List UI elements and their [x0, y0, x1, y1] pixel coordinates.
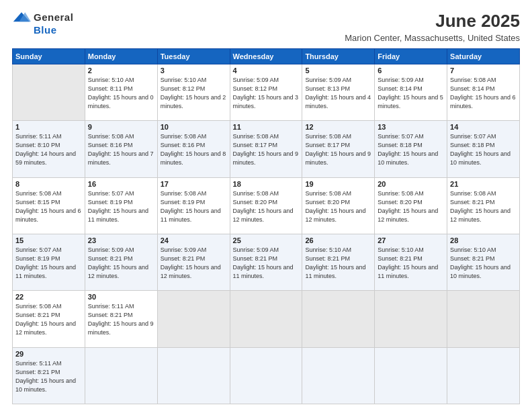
day-number: 17	[161, 180, 227, 188]
weekday-tuesday: Tuesday	[157, 49, 230, 64]
day-number: 3	[161, 66, 227, 75]
day-info: Sunrise: 5:09 AMSunset: 8:12 PMDaylight:…	[233, 76, 300, 111]
day-info: Sunrise: 5:08 AMSunset: 8:21 PMDaylight:…	[450, 189, 517, 224]
day-info: Sunrise: 5:09 AMSunset: 8:14 PMDaylight:…	[378, 76, 444, 111]
calendar-cell	[447, 347, 520, 404]
calendar-cell	[230, 291, 302, 347]
calendar-cell: 2Sunrise: 5:10 AMSunset: 8:11 PMDaylight…	[85, 64, 157, 121]
day-number: 21	[450, 180, 517, 188]
day-number: 15	[15, 236, 82, 244]
calendar-table: SundayMondayTuesdayWednesdayThursdayFrid…	[12, 48, 520, 404]
day-info: Sunrise: 5:10 AMSunset: 8:11 PMDaylight:…	[88, 76, 154, 111]
calendar-cell: 6Sunrise: 5:09 AMSunset: 8:14 PMDaylight…	[375, 64, 447, 121]
calendar-cell: 24Sunrise: 5:09 AMSunset: 8:21 PMDayligh…	[157, 234, 230, 290]
calendar-cell: 16Sunrise: 5:07 AMSunset: 8:19 PMDayligh…	[85, 177, 157, 234]
day-number: 16	[88, 180, 154, 188]
day-number: 27	[378, 236, 444, 244]
week-row-1: 1Sunrise: 5:11 AMSunset: 8:10 PMDaylight…	[13, 121, 520, 177]
day-info: Sunrise: 5:08 AMSunset: 8:17 PMDaylight:…	[233, 132, 300, 167]
day-number: 20	[378, 180, 444, 188]
calendar-cell: 20Sunrise: 5:08 AMSunset: 8:20 PMDayligh…	[375, 177, 447, 234]
calendar-cell: 12Sunrise: 5:08 AMSunset: 8:17 PMDayligh…	[302, 121, 375, 177]
day-info: Sunrise: 5:09 AMSunset: 8:21 PMDaylight:…	[233, 246, 300, 281]
calendar-cell: 18Sunrise: 5:08 AMSunset: 8:20 PMDayligh…	[230, 177, 302, 234]
day-info: Sunrise: 5:10 AMSunset: 8:12 PMDaylight:…	[161, 76, 227, 111]
day-info: Sunrise: 5:09 AMSunset: 8:13 PMDaylight:…	[305, 76, 371, 111]
day-number: 14	[450, 123, 517, 131]
calendar-cell: 21Sunrise: 5:08 AMSunset: 8:21 PMDayligh…	[447, 177, 520, 234]
calendar-cell	[375, 347, 447, 404]
day-info: Sunrise: 5:08 AMSunset: 8:15 PMDaylight:…	[15, 189, 82, 224]
calendar-cell	[302, 347, 375, 404]
location: Marion Center, Massachusetts, United Sta…	[345, 33, 520, 43]
logo-blue-text: Blue	[34, 24, 57, 36]
day-info: Sunrise: 5:07 AMSunset: 8:18 PMDaylight:…	[378, 132, 444, 167]
day-number: 30	[88, 293, 154, 301]
day-info: Sunrise: 5:08 AMSunset: 8:20 PMDaylight:…	[378, 189, 444, 224]
day-info: Sunrise: 5:08 AMSunset: 8:16 PMDaylight:…	[161, 132, 227, 167]
day-number: 26	[305, 236, 371, 244]
day-number: 8	[15, 180, 82, 188]
calendar-cell	[157, 291, 230, 347]
day-info: Sunrise: 5:07 AMSunset: 8:18 PMDaylight:…	[450, 132, 517, 167]
calendar-cell: 7Sunrise: 5:08 AMSunset: 8:14 PMDaylight…	[447, 64, 520, 121]
calendar-cell: 1Sunrise: 5:11 AMSunset: 8:10 PMDaylight…	[13, 121, 85, 177]
header: General Blue June 2025 Marion Center, Ma…	[12, 11, 520, 43]
day-info: Sunrise: 5:11 AMSunset: 8:10 PMDaylight:…	[15, 132, 82, 167]
page: General Blue June 2025 Marion Center, Ma…	[0, 0, 532, 411]
day-info: Sunrise: 5:08 AMSunset: 8:19 PMDaylight:…	[161, 189, 227, 224]
day-number: 12	[305, 123, 371, 131]
day-info: Sunrise: 5:11 AMSunset: 8:21 PMDaylight:…	[88, 302, 154, 337]
week-row-2: 8Sunrise: 5:08 AMSunset: 8:15 PMDaylight…	[13, 177, 520, 234]
weekday-monday: Monday	[85, 49, 157, 64]
calendar-cell: 25Sunrise: 5:09 AMSunset: 8:21 PMDayligh…	[230, 234, 302, 290]
day-number: 29	[15, 350, 82, 358]
day-info: Sunrise: 5:09 AMSunset: 8:21 PMDaylight:…	[88, 246, 154, 281]
calendar-cell: 8Sunrise: 5:08 AMSunset: 8:15 PMDaylight…	[13, 177, 85, 234]
calendar-cell: 9Sunrise: 5:08 AMSunset: 8:16 PMDaylight…	[85, 121, 157, 177]
calendar-cell: 11Sunrise: 5:08 AMSunset: 8:17 PMDayligh…	[230, 121, 302, 177]
day-number: 7	[450, 66, 517, 75]
calendar-cell	[13, 64, 85, 121]
day-number: 18	[233, 180, 300, 188]
day-number: 24	[161, 236, 227, 244]
calendar-cell: 10Sunrise: 5:08 AMSunset: 8:16 PMDayligh…	[157, 121, 230, 177]
calendar-cell	[375, 291, 447, 347]
logo-general-text: General	[34, 11, 73, 23]
day-info: Sunrise: 5:09 AMSunset: 8:21 PMDaylight:…	[161, 246, 227, 281]
calendar-cell	[302, 291, 375, 347]
weekday-saturday: Saturday	[447, 49, 520, 64]
calendar-cell	[230, 347, 302, 404]
calendar-cell: 14Sunrise: 5:07 AMSunset: 8:18 PMDayligh…	[447, 121, 520, 177]
week-row-5: 29Sunrise: 5:11 AMSunset: 8:21 PMDayligh…	[13, 347, 520, 404]
calendar-cell: 4Sunrise: 5:09 AMSunset: 8:12 PMDaylight…	[230, 64, 302, 121]
title-section: June 2025 Marion Center, Massachusetts, …	[345, 11, 520, 43]
day-info: Sunrise: 5:11 AMSunset: 8:21 PMDaylight:…	[15, 359, 82, 394]
day-number: 4	[233, 66, 300, 75]
day-info: Sunrise: 5:08 AMSunset: 8:16 PMDaylight:…	[88, 132, 154, 167]
day-number: 9	[88, 123, 154, 131]
calendar-cell: 5Sunrise: 5:09 AMSunset: 8:13 PMDaylight…	[302, 64, 375, 121]
weekday-sunday: Sunday	[13, 49, 85, 64]
calendar-cell: 27Sunrise: 5:10 AMSunset: 8:21 PMDayligh…	[375, 234, 447, 290]
calendar-cell: 15Sunrise: 5:07 AMSunset: 8:19 PMDayligh…	[13, 234, 85, 290]
day-info: Sunrise: 5:08 AMSunset: 8:14 PMDaylight:…	[450, 76, 517, 111]
day-number: 1	[15, 123, 82, 131]
day-number: 19	[305, 180, 371, 188]
calendar-cell: 26Sunrise: 5:10 AMSunset: 8:21 PMDayligh…	[302, 234, 375, 290]
day-number: 22	[15, 293, 82, 301]
day-info: Sunrise: 5:08 AMSunset: 8:21 PMDaylight:…	[15, 302, 82, 337]
calendar-cell	[85, 347, 157, 404]
day-info: Sunrise: 5:07 AMSunset: 8:19 PMDaylight:…	[88, 189, 154, 224]
day-info: Sunrise: 5:08 AMSunset: 8:17 PMDaylight:…	[305, 132, 371, 167]
day-info: Sunrise: 5:10 AMSunset: 8:21 PMDaylight:…	[378, 246, 444, 281]
day-number: 6	[378, 66, 444, 75]
calendar-cell: 19Sunrise: 5:08 AMSunset: 8:20 PMDayligh…	[302, 177, 375, 234]
month-year: June 2025	[345, 11, 520, 32]
calendar-cell: 28Sunrise: 5:10 AMSunset: 8:21 PMDayligh…	[447, 234, 520, 290]
logo: General Blue	[12, 11, 73, 36]
day-info: Sunrise: 5:10 AMSunset: 8:21 PMDaylight:…	[305, 246, 371, 281]
day-info: Sunrise: 5:08 AMSunset: 8:20 PMDaylight:…	[233, 189, 300, 224]
calendar-cell: 13Sunrise: 5:07 AMSunset: 8:18 PMDayligh…	[375, 121, 447, 177]
week-row-0: 2Sunrise: 5:10 AMSunset: 8:11 PMDaylight…	[13, 64, 520, 121]
